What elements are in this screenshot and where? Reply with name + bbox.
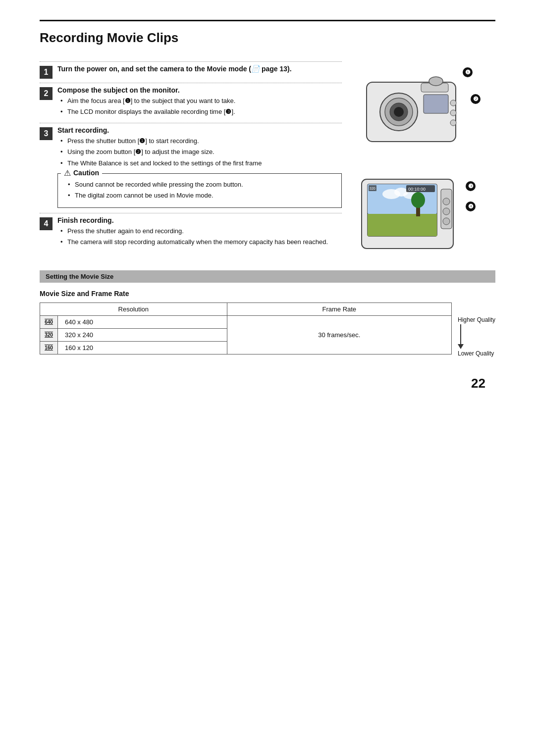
framerate-header: Frame Rate: [227, 303, 451, 316]
res-640: 640 x 480: [58, 316, 227, 329]
step-2-heading: Compose the subject on the monitor.: [57, 86, 342, 94]
camera-top-illustration: ❶ ❷: [357, 67, 481, 156]
step-4-block: 4 Finish recording. Press the shutter ag…: [40, 216, 342, 249]
icon-160: 160: [40, 342, 58, 354]
svg-rect-7: [424, 95, 448, 113]
table-row-640: 640 640 x 480 30 frames/sec.: [40, 316, 452, 329]
step-3-bullet-3: The White Balance is set and locked to t…: [59, 158, 342, 168]
icon-320: 320: [40, 329, 58, 342]
caution-bullets: Sound cannot be recorded while pressing …: [67, 180, 334, 201]
step-number-2: 2: [40, 87, 53, 100]
table-title: Movie Size and Frame Rate: [40, 290, 495, 298]
caution-label: Caution: [73, 169, 99, 177]
step-1-block: 1 Turn the power on, and set the camera …: [40, 65, 342, 79]
step-1-heading: Turn the power on, and set the camera to…: [57, 65, 342, 73]
step-4-content: Finish recording. Press the shutter agai…: [57, 216, 342, 249]
caution-container: ⚠ Caution Sound cannot be recorded while…: [57, 173, 342, 208]
svg-rect-17: [368, 214, 437, 236]
svg-point-26: [443, 198, 450, 205]
icon-640: 640: [40, 316, 58, 329]
res-320: 320 x 240: [58, 329, 227, 342]
movie-size-table: Resolution Frame Rate 640 640 x 480 30 f…: [40, 302, 452, 354]
step-2-content: Compose the subject on the monitor. Aim …: [57, 86, 342, 119]
movie-size-section: Setting the Movie Size Movie Size and Fr…: [40, 270, 495, 361]
step-3-block: 3 Start recording. Press the shutter but…: [40, 126, 342, 170]
main-layout: 1 Turn the power on, and set the camera …: [40, 57, 495, 258]
svg-point-9: [450, 110, 456, 116]
svg-point-27: [443, 208, 450, 215]
svg-point-4: [394, 107, 404, 117]
step-3-heading: Start recording.: [57, 126, 342, 134]
step-2-bullet-1: Aim the focus area [❶] to the subject th…: [59, 96, 342, 106]
step-number-3: 3: [40, 127, 53, 140]
svg-text:320: 320: [370, 187, 375, 190]
step-divider-1: [40, 61, 342, 62]
top-border: [40, 20, 495, 21]
arrow-shaft: [460, 324, 461, 344]
svg-text:00:10:00: 00:10:00: [408, 187, 426, 192]
step-3-bullet-1: Press the shutter button [❶] to start re…: [59, 136, 342, 146]
caution-header: ⚠ Caution: [61, 168, 102, 178]
higher-quality-label: Higher Quality: [458, 316, 495, 323]
label-4-screen: ❹: [466, 202, 476, 211]
camera-screen-svg: 00:10:00 320: [357, 174, 471, 253]
step-divider-4: [40, 213, 342, 213]
step-3-content: Start recording. Press the shutter butto…: [57, 126, 342, 170]
camera-screen-illustration: 00:10:00 320 ❸ ❹: [357, 174, 481, 258]
label-3-screen: ❸: [466, 181, 476, 191]
movie-table-layout: Resolution Frame Rate 640 640 x 480 30 f…: [40, 302, 495, 361]
svg-point-19: [411, 192, 425, 208]
camera-top-svg: [357, 67, 471, 151]
svg-point-8: [450, 100, 456, 106]
section-bar: Setting the Movie Size: [40, 270, 495, 283]
resolution-header: Resolution: [40, 303, 227, 316]
res-160: 160 x 120: [58, 342, 227, 354]
step-4-bullet-1: Press the shutter again to end recording…: [59, 226, 342, 236]
framerate-640: 30 frames/sec.: [227, 316, 451, 354]
step-number-4: 4: [40, 217, 53, 230]
step-2-bullet-2: The LCD monitor displays the available r…: [59, 107, 342, 117]
table-header-row: Resolution Frame Rate: [40, 303, 452, 316]
step-3-bullets: Press the shutter button [❶] to start re…: [59, 136, 342, 168]
caution-icon: ⚠: [64, 168, 71, 178]
step-4-bullets: Press the shutter again to end recording…: [59, 226, 342, 247]
page-number: 22: [40, 376, 495, 391]
step-number-1: 1: [40, 66, 53, 79]
caution-bullet-1: Sound cannot be recorded while pressing …: [67, 180, 334, 190]
quality-indicator: Higher Quality Lower Quality: [452, 312, 495, 361]
quality-arrow: [458, 324, 464, 349]
right-column: ❶ ❷: [357, 57, 495, 258]
step-4-heading: Finish recording.: [57, 216, 342, 224]
lower-quality-label: Lower Quality: [458, 350, 494, 357]
svg-point-28: [443, 218, 450, 225]
label-2-top: ❷: [471, 94, 481, 104]
caution-box: ⚠ Caution Sound cannot be recorded while…: [57, 173, 342, 208]
step-divider-2: [40, 83, 342, 83]
step-divider-3: [40, 123, 342, 123]
step-2-bullets: Aim the focus area [❶] to the subject th…: [59, 96, 342, 117]
page-title: Recording Movie Clips: [40, 30, 495, 46]
step-4-bullet-2: The camera will stop recording automatic…: [59, 237, 342, 247]
step-3-bullet-2: Using the zoom button [❷] to adjust the …: [59, 147, 342, 157]
left-column: 1 Turn the power on, and set the camera …: [40, 57, 342, 258]
svg-point-10: [450, 120, 456, 126]
label-1-top: ❶: [463, 67, 473, 77]
step-2-block: 2 Compose the subject on the monitor. Ai…: [40, 86, 342, 119]
arrow-head: [458, 344, 464, 349]
caution-bullet-2: The digital zoom cannot be used in Movie…: [67, 191, 334, 201]
step-1-content: Turn the power on, and set the camera to…: [57, 65, 342, 75]
svg-point-6: [429, 77, 443, 86]
